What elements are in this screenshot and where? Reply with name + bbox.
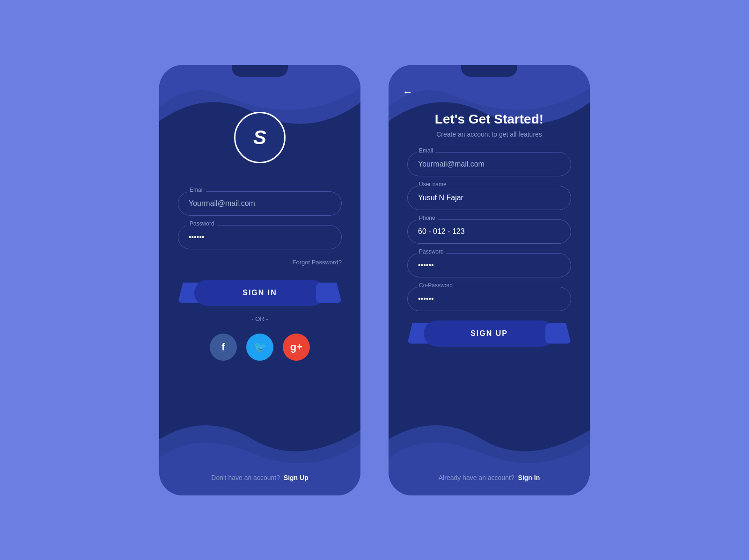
logo-letter: S [253,126,266,149]
copassword-input[interactable] [407,287,571,311]
google-button[interactable]: g+ [283,334,310,361]
signin-link[interactable]: Sign In [518,474,540,481]
signup-subtitle: Create an account to get all features [435,131,543,138]
social-row: f 🐦 g+ [210,334,310,361]
twitter-icon: 🐦 [254,341,266,353]
google-icon: g+ [290,341,302,353]
username-field-group: User name [407,186,571,210]
back-arrow[interactable]: ← [403,86,413,98]
signin-frame: S Email Password Forgot Password? SIGN I… [159,65,360,495]
signup-frame: ← Let's Get Started! Create an account t… [389,65,590,495]
logo-circle: S [234,112,286,163]
btn-main: SIGN IN [194,280,325,306]
username-label: User name [417,181,449,188]
sign-up-button[interactable]: SIGN UP [407,320,571,347]
signup-link[interactable]: Sign Up [284,474,308,481]
or-divider: - OR - [251,315,268,322]
phone-field-group: Phone [407,219,571,244]
signup-password-input[interactable] [407,253,571,277]
copassword-label: Co-Password [417,282,455,289]
email-label: Email [187,187,206,193]
sign-in-button[interactable]: SIGN IN [178,280,342,306]
signup-btn-fold-right [545,323,571,344]
signin-phone: S Email Password Forgot Password? SIGN I… [159,65,360,495]
copassword-field-group: Co-Password [407,287,571,311]
signup-email-label: Email [417,147,435,154]
phone-input[interactable] [407,219,571,244]
bottom-text-signup: Already have an account? [439,474,514,481]
password-input[interactable] [178,225,342,249]
email-field-group: Email [178,191,342,216]
signup-header: Let's Get Started! Create an account to … [435,112,543,138]
username-input[interactable] [407,186,571,210]
email-input[interactable] [178,191,342,216]
facebook-icon: f [221,341,225,353]
signup-content: Let's Get Started! Create an account to … [389,65,590,495]
signup-title: Let's Get Started! [435,112,543,127]
sign-up-label: SIGN UP [470,329,508,338]
twitter-button[interactable]: 🐦 [246,334,273,361]
signup-password-label: Password [417,248,446,255]
bottom-text-signin: Don't have an account? [211,474,280,481]
signup-email-field-group: Email [407,152,571,176]
signup-phone: ← Let's Get Started! Create an account t… [389,65,590,495]
sign-in-label: SIGN IN [242,289,277,297]
signup-password-field-group: Password [407,253,571,277]
facebook-button[interactable]: f [210,334,237,361]
password-field-group: Password [178,225,342,249]
btn-fold-right [316,283,342,303]
phone-label: Phone [417,215,438,221]
forgot-password-link[interactable]: Forgot Password? [293,259,342,266]
signup-email-input[interactable] [407,152,571,176]
signin-content: S Email Password Forgot Password? SIGN I… [159,65,360,495]
password-label: Password [187,220,217,227]
signup-btn-main: SIGN UP [424,320,555,347]
